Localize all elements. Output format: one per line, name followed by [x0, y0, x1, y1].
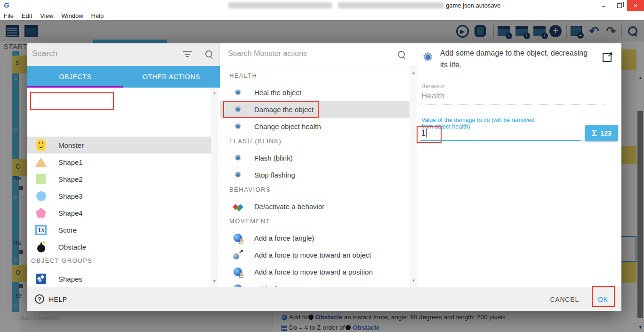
pentagon-icon [36, 208, 46, 218]
bomb-icon [37, 244, 45, 252]
redacted-path-blob [338, 2, 444, 8]
gear-icon: ⚙ [234, 122, 241, 130]
action-row-stop-flashing[interactable]: ⚙ Stop flashing [220, 166, 410, 183]
section-header-movement: MOVEMENT [229, 218, 270, 225]
menu-help[interactable]: Help [91, 12, 104, 19]
ok-button[interactable]: OK [598, 296, 608, 303]
document-title: game.json.autosave [446, 2, 500, 9]
object-search-input[interactable] [32, 49, 173, 58]
action-row-add-force-angle[interactable]: Add a force (angle) [220, 229, 410, 246]
section-header-flash: FLASH (BLINK) [229, 138, 282, 145]
title-bar: G game.json.autosave – × [0, 0, 644, 11]
dialog-tabs: OBJECTS OTHER ACTIONS [27, 66, 220, 88]
expression-editor-button[interactable]: Σ 123 [585, 125, 618, 141]
object-row-score[interactable]: Tx Score [27, 221, 213, 238]
group-icon [36, 274, 46, 284]
action-row-change-health[interactable]: ⚙ Change object health [220, 118, 410, 135]
menu-window[interactable]: Window [61, 12, 83, 19]
search-icon[interactable] [205, 50, 214, 59]
tab-other-actions[interactable]: OTHER ACTIONS [123, 66, 219, 88]
monster-icon [36, 139, 46, 151]
object-row-obstacle[interactable]: Obstacle [27, 238, 213, 255]
action-description: Add some damage to the object, decreasin… [440, 47, 596, 71]
menu-edit[interactable]: Edit [22, 12, 32, 19]
gear-icon: ⚙ [234, 105, 241, 113]
force-icon [233, 267, 242, 276]
scroll-up-icon[interactable]: ▲ [411, 70, 416, 75]
gear-icon: ⚙ [234, 154, 241, 162]
object-list: Monster Shape1 Shape2 Shape3 Shape4 Tx S… [27, 88, 220, 287]
object-row-shape2[interactable]: Shape2 [27, 170, 213, 187]
action-list-scrollbar[interactable]: ▲ ▼ [410, 66, 417, 287]
triangle-icon [35, 157, 47, 167]
action-row-force-toward-position[interactable]: Add a force to move toward a position [220, 263, 410, 280]
object-row-shape4[interactable]: Shape4 [27, 204, 213, 221]
object-list-scrollbar[interactable]: ▲ ▼ [211, 88, 218, 287]
gear-icon: ⚙ [234, 171, 241, 179]
action-gear-icon: ⚙ [422, 51, 433, 63]
scroll-down-icon[interactable]: ▼ [411, 278, 416, 283]
field-divider [420, 104, 605, 105]
behavior-field-label: Behavior [421, 83, 444, 89]
param-label-line1: Value of the damage to do (will be remov… [421, 117, 534, 123]
section-header-health: HEALTH [229, 72, 257, 79]
filter-icon[interactable] [183, 51, 192, 58]
action-row-flash[interactable]: ⚙ Flash (blink) [220, 149, 410, 166]
object-groups-header: OBJECT GROUPS [31, 257, 93, 264]
circle-icon [36, 191, 46, 201]
square-icon [36, 174, 46, 184]
action-list: HEALTH ⚙ Heal the object ⚙ Damage the ob… [220, 66, 417, 287]
menu-view[interactable]: View [40, 12, 53, 19]
search-icon[interactable] [398, 51, 406, 59]
action-row-force-toward-object[interactable]: Add a force to move toward an object [220, 246, 410, 263]
open-in-new-icon[interactable] [603, 52, 613, 62]
object-search-bar [27, 43, 220, 66]
action-row-heal[interactable]: ⚙ Heal the object [220, 84, 410, 101]
help-button[interactable]: HELP [49, 296, 67, 303]
menu-file[interactable]: File [4, 12, 14, 19]
param-label-line2: from object health) [421, 123, 470, 130]
gdevelop-window: G game.json.autosave – × File Edit View … [0, 0, 644, 332]
cancel-button[interactable]: CANCEL [550, 296, 579, 303]
behavior-field-value[interactable]: Health [421, 91, 444, 101]
sigma-icon: Σ [592, 128, 597, 138]
field-underline [420, 140, 581, 141]
section-header-behaviors: BEHAVIORS [229, 186, 271, 193]
dialog-footer: ? HELP CANCEL OK [27, 287, 621, 311]
group-row-shapes[interactable]: Shapes [27, 270, 213, 287]
text-object-icon: Tx [35, 225, 47, 235]
text-cursor [426, 129, 427, 138]
object-row-shape1[interactable]: Shape1 [27, 154, 213, 170]
action-search-bar [220, 43, 417, 66]
action-editor-dialog: OBJECTS OTHER ACTIONS Monster Shape1 Sha… [27, 43, 621, 311]
restore-button[interactable] [612, 0, 627, 11]
force-icon [233, 234, 242, 242]
gdevelop-logo-icon: G [4, 1, 9, 9]
action-row-damage[interactable]: ⚙ Damage the object [220, 101, 410, 118]
tab-objects[interactable]: OBJECTS [27, 66, 123, 88]
action-row-deactivate-behavior[interactable]: De/activate a behavior [220, 198, 410, 215]
restore-icon [617, 3, 622, 8]
force-toward-object-icon [233, 250, 242, 259]
help-icon[interactable]: ? [35, 294, 44, 304]
behavior-icon [233, 201, 243, 211]
menu-bar: File Edit View Window Help [0, 11, 644, 20]
redacted-path-blob [228, 2, 332, 8]
gear-icon: ⚙ [234, 89, 241, 97]
scroll-down-icon[interactable]: ▼ [212, 279, 217, 283]
damage-value-field[interactable]: 1 [421, 129, 427, 138]
action-search-input[interactable] [228, 49, 383, 58]
scroll-up-icon[interactable]: ▲ [212, 90, 217, 95]
minimize-button[interactable]: – [596, 0, 611, 11]
close-button[interactable]: × [627, 0, 644, 11]
object-row-monster[interactable]: Monster [27, 137, 213, 154]
object-row-shape3[interactable]: Shape3 [27, 187, 213, 204]
action-row-partial[interactable]: Add a force [220, 280, 410, 287]
